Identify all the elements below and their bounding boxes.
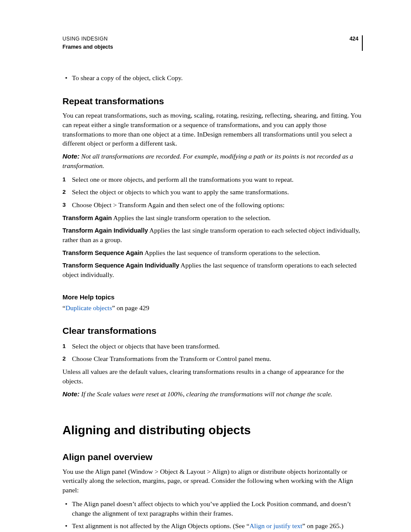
numbered-list: 1Select one or more objects, and perform… <box>62 175 363 210</box>
text-fragment: Text alignment is not affected by the Al… <box>72 522 249 529</box>
term: Transform Again Individually <box>62 227 148 234</box>
step-number: 2 <box>62 187 66 197</box>
page: USING INDESIGN Frames and objects 424 To… <box>0 0 411 532</box>
definition: Transform Again Individually Applies the… <box>62 226 363 244</box>
page-number: 424 <box>349 35 358 43</box>
step-text: Choose Clear Transformations from the Tr… <box>72 355 271 362</box>
list-item: To shear a copy of the object, click Cop… <box>62 73 363 83</box>
list-item: Text alignment is not affected by the Al… <box>62 521 363 531</box>
note-label: Note: <box>62 152 80 160</box>
list-item: 1Select the object or objects that have … <box>62 342 363 351</box>
body-text: You can repeat transformations, such as … <box>62 111 363 148</box>
step-number: 1 <box>62 342 66 351</box>
term: Transform Again <box>62 215 112 221</box>
numbered-list: 1Select the object or objects that have … <box>62 342 363 364</box>
definition: Transform Sequence Again Applies the las… <box>62 248 363 258</box>
list-item: 2Select the object or objects to which y… <box>62 187 363 197</box>
step-number: 2 <box>62 354 66 364</box>
section-title: Frames and objects <box>62 44 113 51</box>
header-left: USING INDESIGN Frames and objects <box>62 35 113 51</box>
step-number: 3 <box>62 200 66 210</box>
note-label: Note: <box>62 390 80 398</box>
doc-title: USING INDESIGN <box>62 35 113 43</box>
list-item: 2Choose Clear Transformations from the T… <box>62 354 363 364</box>
note-body: If the Scale values were reset at 100%, … <box>80 390 333 398</box>
quote-close-suffix: ” on page 429 <box>112 304 149 311</box>
note: Note: Not all transformations are record… <box>62 152 363 170</box>
heading-clear-transformations: Clear transformations <box>62 324 363 337</box>
definition: Transform Sequence Again Individually Ap… <box>62 261 363 279</box>
step-text: Choose Object > Transform Again and then… <box>72 201 284 208</box>
step-text: Select the object or objects to which yo… <box>72 188 289 196</box>
body-text: You use the Align panel (Window > Object… <box>62 467 363 495</box>
term: Transform Sequence Again Individually <box>62 262 179 269</box>
list-item: 1Select one or more objects, and perform… <box>62 175 363 184</box>
more-help-link-line: “Duplicate objects” on page 429 <box>62 303 363 313</box>
step-number: 1 <box>62 175 66 184</box>
note-body: Not all transformations are recorded. Fo… <box>62 152 353 169</box>
page-header: USING INDESIGN Frames and objects 424 <box>62 35 363 51</box>
quote-open: “ <box>62 304 65 311</box>
note: Note: If the Scale values were reset at … <box>62 389 363 399</box>
heading-repeat-transformations: Repeat transformations <box>62 95 363 107</box>
list-item: 3Choose Object > Transform Again and the… <box>62 200 363 210</box>
align-bullets: The Align panel doesn’t affect objects t… <box>62 499 363 532</box>
more-help-heading: More Help topics <box>62 292 363 302</box>
body-text: Unless all values are the default values… <box>62 367 363 386</box>
text-fragment: ” on page 265.) <box>302 522 344 529</box>
list-item: The Align panel doesn’t affect objects t… <box>62 499 363 518</box>
intro-bullets: To shear a copy of the object, click Cop… <box>62 73 363 83</box>
term: Transform Sequence Again <box>62 249 143 256</box>
definition: Transform Again Applies the last single … <box>62 213 363 223</box>
step-text: Select the object or objects that have b… <box>72 342 220 350</box>
heading-aligning-distributing: Aligning and distributing objects <box>62 422 363 439</box>
link-duplicate-objects[interactable]: Duplicate objects <box>65 304 112 311</box>
heading-align-panel-overview: Align panel overview <box>62 451 363 463</box>
term-desc: Applies the last single transform operat… <box>112 214 271 221</box>
link-align-or-justify-text[interactable]: Align or justify text <box>249 522 302 529</box>
term-desc: Applies the last sequence of transform o… <box>143 249 320 256</box>
step-text: Select one or more objects, and perform … <box>72 176 293 183</box>
